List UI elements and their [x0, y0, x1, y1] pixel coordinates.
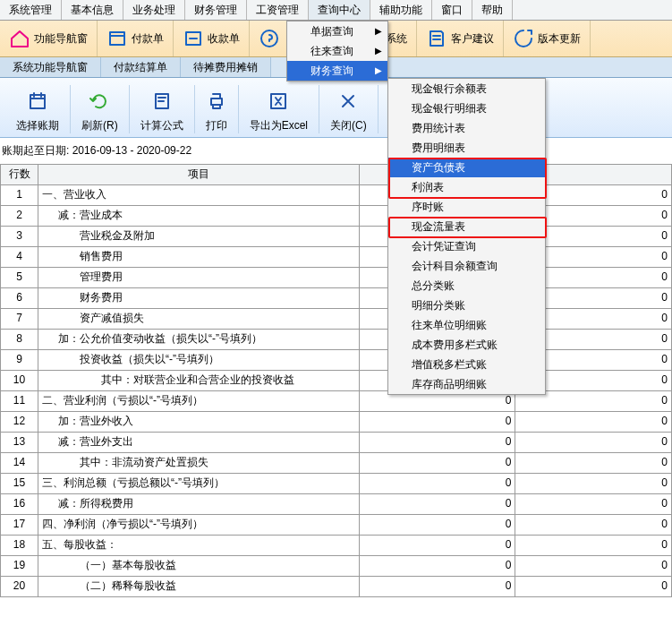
- table-row[interactable]: 8加：公允价值变动收益（损失以“-”号填列）0: [1, 329, 672, 349]
- row-item: 投资收益（损失以“-”号填列）: [38, 349, 360, 370]
- menu-4[interactable]: 工资管理: [247, 0, 309, 20]
- table-row[interactable]: 17四、净利润（净亏损以“-”号填列）00: [1, 514, 672, 535]
- toolbar-label: 版本更新: [538, 31, 581, 47]
- toolbar-btn-help-icon[interactable]: [250, 21, 290, 56]
- tab-2[interactable]: 待摊费用摊销: [181, 57, 271, 77]
- col-header-0[interactable]: 行数: [1, 164, 38, 184]
- table-row[interactable]: 20（二）稀释每股收益00: [1, 576, 672, 596]
- menu-0[interactable]: 系统管理: [0, 0, 62, 20]
- row-v1: 0: [359, 493, 515, 514]
- submenu-item-13[interactable]: 成本费用多栏式账: [388, 335, 545, 355]
- table-row[interactable]: 19（一）基本每股收益00: [1, 555, 672, 576]
- submenu-item-15[interactable]: 库存商品明细账: [388, 374, 545, 394]
- dropdown-label: 财务查询: [310, 64, 353, 79]
- table-row[interactable]: 7资产减值损失0: [1, 308, 672, 329]
- row-item: 财务费用: [38, 287, 360, 308]
- table-row[interactable]: 3营业税金及附加0: [1, 226, 672, 246]
- dropdown-item-2[interactable]: 财务查询▶: [287, 61, 387, 81]
- toolbar-label: 收款单: [208, 31, 240, 47]
- table-row[interactable]: 10其中：对联营企业和合营企业的投资收益0: [1, 370, 672, 390]
- col-header-1[interactable]: 项目: [38, 164, 360, 184]
- table-row[interactable]: 5管理费用0: [1, 267, 672, 287]
- toolbar-btn-note-icon[interactable]: 客户建议: [417, 21, 504, 56]
- table-row[interactable]: 9投资收益（损失以“-”号填列）0: [1, 349, 672, 370]
- row-number: 4: [1, 246, 38, 267]
- submenu-item-4[interactable]: 资产负债表: [388, 158, 545, 177]
- tab-0[interactable]: 系统功能导航窗: [0, 57, 101, 77]
- row-item: 四、净利润（净亏损以“-”号填列）: [38, 514, 360, 535]
- table-row[interactable]: 16减：所得税费用00: [1, 493, 672, 514]
- row-item: 五、每股收益：: [38, 535, 360, 555]
- menu-3[interactable]: 财务管理: [185, 0, 247, 20]
- action-calendar-icon[interactable]: 选择账期: [5, 85, 71, 133]
- table-row[interactable]: 11二、营业利润（亏损以“-”号填列）00: [1, 390, 672, 411]
- row-number: 1: [1, 184, 38, 205]
- row-v1: 0: [359, 555, 515, 576]
- submenu-item-11[interactable]: 明细分类账: [388, 296, 545, 315]
- row-v1: 0: [359, 411, 515, 432]
- row-number: 9: [1, 349, 38, 370]
- tab-1[interactable]: 付款结算单: [101, 57, 181, 77]
- toolbar-btn-home-icon[interactable]: 功能导航窗: [0, 21, 98, 56]
- finance-query-submenu: 现金银行余额表现金银行明细表费用统计表费用明细表资产负债表利润表序时账现金流量表…: [387, 78, 546, 395]
- table-row[interactable]: 6财务费用0: [1, 287, 672, 308]
- table-row[interactable]: 13减：营业外支出00: [1, 432, 672, 452]
- row-number: 5: [1, 267, 38, 287]
- row-v2: 0: [515, 452, 672, 473]
- action-formula-icon[interactable]: 计算公式: [130, 85, 195, 133]
- menu-1[interactable]: 基本信息: [62, 0, 123, 20]
- toolbar-btn-receive-icon[interactable]: 收款单: [174, 21, 250, 56]
- action-excel-icon[interactable]: 导出为Excel: [239, 85, 319, 133]
- submenu-item-0[interactable]: 现金银行余额表: [388, 79, 545, 99]
- action-refresh-icon[interactable]: 刷新(R): [71, 85, 130, 133]
- submenu-item-9[interactable]: 会计科目余额查询: [388, 256, 545, 276]
- row-v2: 0: [515, 514, 672, 535]
- row-number: 18: [1, 535, 38, 555]
- table-row[interactable]: 4销售费用0: [1, 246, 672, 267]
- row-v1: 0: [359, 473, 515, 493]
- row-number: 6: [1, 287, 38, 308]
- toolbar-label: 功能导航窗: [34, 31, 88, 47]
- calendar-icon: [27, 90, 48, 116]
- submenu-item-14[interactable]: 增值税多栏式账: [388, 355, 545, 374]
- submenu-item-5[interactable]: 利润表: [388, 177, 545, 197]
- submenu-item-7[interactable]: 现金流量表: [388, 217, 545, 236]
- row-item: 三、利润总额（亏损总额以“-”号填列）: [38, 473, 360, 493]
- row-v2: 0: [515, 432, 672, 452]
- refresh-icon: [89, 90, 110, 116]
- row-item: 资产减值损失: [38, 308, 360, 329]
- dropdown-label: 单据查询: [310, 24, 353, 39]
- toolbar-btn-update-icon[interactable]: 版本更新: [504, 21, 591, 56]
- table-row[interactable]: 14其中：非流动资产处置损失00: [1, 452, 672, 473]
- row-number: 3: [1, 226, 38, 246]
- row-item: 一、营业收入: [38, 184, 360, 205]
- submenu-item-12[interactable]: 往来单位明细账: [388, 315, 545, 335]
- table-row[interactable]: 2减：营业成本0: [1, 205, 672, 226]
- menu-2[interactable]: 业务处理: [123, 0, 185, 20]
- submenu-item-1[interactable]: 现金银行明细表: [388, 99, 545, 118]
- row-v1: 0: [359, 514, 515, 535]
- menu-7[interactable]: 窗口: [432, 0, 472, 20]
- table-row[interactable]: 18五、每股收益：00: [1, 535, 672, 555]
- dropdown-item-0[interactable]: 单据查询▶: [287, 21, 387, 41]
- table-row[interactable]: 15三、利润总额（亏损总额以“-”号填列）00: [1, 473, 672, 493]
- dropdown-item-1[interactable]: 往来查询▶: [287, 41, 387, 61]
- action-close-icon[interactable]: 关闭(C): [319, 85, 379, 133]
- query-center-dropdown: 单据查询▶往来查询▶财务查询▶: [286, 21, 388, 81]
- table-row[interactable]: 1一、营业收入0: [1, 184, 672, 205]
- row-v2: 0: [515, 493, 672, 514]
- action-print-icon[interactable]: 打印: [195, 85, 239, 133]
- submenu-item-2[interactable]: 费用统计表: [388, 118, 545, 138]
- submenu-item-6[interactable]: 序时账: [388, 197, 545, 217]
- submenu-item-3[interactable]: 费用明细表: [388, 138, 545, 158]
- menu-5[interactable]: 查询中心: [309, 0, 370, 20]
- date-range-label: 账期起至日期:: [2, 144, 69, 157]
- table-row[interactable]: 12加：营业外收入00: [1, 411, 672, 432]
- menu-8[interactable]: 帮助: [472, 0, 513, 20]
- row-item: （一）基本每股收益: [38, 555, 360, 576]
- toolbar-btn-pay-icon[interactable]: 付款单: [98, 21, 174, 56]
- menu-6[interactable]: 辅助功能: [370, 0, 432, 20]
- submenu-item-10[interactable]: 总分类账: [388, 276, 545, 296]
- row-number: 15: [1, 473, 38, 493]
- submenu-item-8[interactable]: 会计凭证查询: [388, 236, 545, 256]
